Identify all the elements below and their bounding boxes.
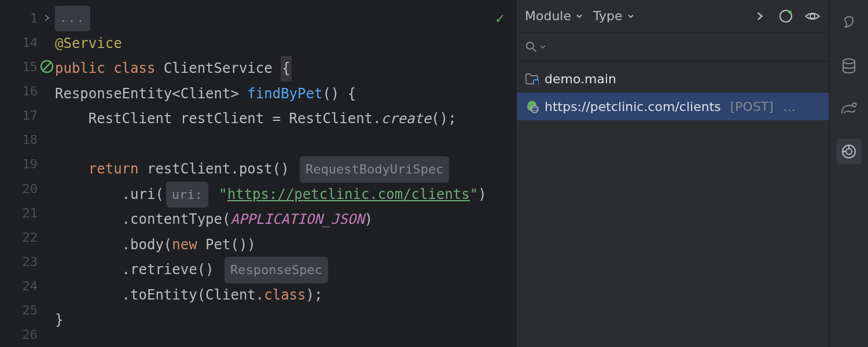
method-name: findByPet: [247, 82, 322, 107]
checkmark-icon[interactable]: ✓: [495, 6, 505, 31]
tree-module-node[interactable]: demo.main: [517, 65, 829, 93]
create-method: create: [381, 106, 432, 132]
search-dropdown-icon[interactable]: [540, 44, 546, 50]
svg-point-8: [531, 106, 538, 113]
svg-point-4: [810, 14, 815, 19]
tree-endpoint-node[interactable]: https://petclinic.com/clients [POST] …: [517, 93, 829, 120]
chevron-down-icon: [627, 13, 634, 20]
spring-endpoint-icon: [525, 99, 539, 113]
kw-new: new: [172, 232, 197, 258]
parens-semi: ();: [431, 106, 456, 132]
close-semi: );: [306, 283, 322, 308]
hint-uri-spec: RequestBodyUriSpec: [300, 156, 449, 183]
quote-close: ": [470, 182, 478, 208]
params-brace: () {: [322, 82, 356, 107]
editor-pane: 1 14 15 16 17 18 19 20 21 22 23 24 25 26…: [0, 0, 516, 347]
svg-point-3: [788, 10, 792, 14]
url-string[interactable]: https://petclinic.com/clients: [227, 182, 470, 208]
close-paren: ): [365, 207, 373, 232]
line-number: 25: [23, 303, 38, 318]
return-type: ResponseEntity<Client>: [55, 82, 239, 107]
folder-icon: [525, 72, 539, 86]
endpoints-tree: demo.main https://petclinic.com/clients …: [517, 61, 829, 347]
svg-rect-7: [534, 80, 539, 84]
panel-search[interactable]: [517, 32, 829, 61]
endpoint-url: https://petclinic.com/clients: [545, 99, 721, 114]
brace-close: }: [55, 308, 63, 333]
brace-open: {: [281, 56, 291, 82]
line-number: 26: [23, 327, 38, 342]
fold-marker[interactable]: ...: [55, 6, 90, 31]
restclient-type: RestClient: [89, 106, 172, 132]
app-json-const: APPLICATION_JSON: [230, 207, 364, 232]
hint-uri-param: uri:: [166, 182, 208, 208]
line-number: 20: [23, 182, 38, 196]
line-number: 17: [23, 108, 38, 123]
line-number: 1: [30, 11, 38, 25]
line-number: 22: [23, 230, 38, 245]
module-dropdown[interactable]: Module: [525, 9, 583, 23]
line-number: 16: [23, 84, 38, 98]
close-paren: ): [478, 182, 486, 208]
eye-icon[interactable]: [804, 8, 821, 24]
svg-line-1: [43, 62, 51, 71]
gradle-icon[interactable]: [836, 96, 862, 121]
svg-line-6: [533, 49, 536, 51]
module-label: Module: [525, 9, 571, 23]
module-name: demo.main: [545, 72, 616, 86]
quote-open: ": [219, 182, 227, 208]
endpoint-method: [POST]: [730, 99, 774, 114]
uri-call: .uri(: [122, 182, 164, 208]
restclient-post: restClient.post(): [139, 157, 289, 182]
panel-header: Module Type: [517, 0, 829, 32]
annotation: @Service: [55, 31, 122, 57]
chevron-down-icon: [576, 13, 583, 20]
equals: =: [264, 106, 289, 132]
svg-point-10: [843, 59, 855, 64]
hint-response-spec: ResponseSpec: [225, 257, 328, 283]
endpoint-ellipsis: …: [783, 99, 796, 114]
to-entity-call: .toEntity(Client.: [122, 283, 264, 308]
line-number: 24: [23, 279, 38, 293]
database-icon[interactable]: [836, 53, 862, 79]
kw-return: return: [89, 157, 139, 182]
kw-public: public: [55, 56, 105, 82]
gutter: 1 14 15 16 17 18 19 20 21 22 23 24 25 26: [0, 0, 55, 347]
endpoints-tool-icon[interactable]: [836, 139, 862, 164]
http-client-icon[interactable]: [778, 8, 794, 24]
kw-class-ref: class: [264, 283, 306, 308]
endpoints-panel: Module Type demo.main: [516, 0, 829, 347]
fold-chevron-icon[interactable]: [40, 11, 54, 25]
svg-point-5: [527, 42, 534, 49]
restclient-var: restClient: [181, 106, 264, 132]
line-number: 21: [23, 206, 38, 220]
search-icon: [525, 40, 538, 53]
retrieve-call: .retrieve(): [122, 257, 214, 283]
line-number: 19: [23, 157, 38, 171]
content-type-call: .contentType(: [122, 207, 231, 232]
line-number: 15: [23, 60, 38, 74]
line-number: 14: [23, 35, 38, 50]
kw-class: class: [113, 56, 155, 82]
restclient-static: RestClient.: [289, 106, 381, 132]
inspection-icon[interactable]: [40, 60, 54, 73]
svg-point-12: [846, 149, 852, 154]
notifications-icon[interactable]: [836, 10, 862, 36]
code-area[interactable]: ✓ ... @Service public class ClientServic…: [55, 0, 516, 347]
body-call: .body(: [122, 232, 172, 258]
type-label: Type: [593, 9, 623, 23]
pet-ctor: Pet()): [197, 232, 256, 258]
type-dropdown[interactable]: Type: [593, 9, 634, 23]
line-number: 23: [23, 254, 38, 269]
line-number: 18: [23, 132, 38, 147]
right-tool-strip: [829, 0, 868, 347]
expand-icon[interactable]: [751, 8, 767, 24]
class-name: ClientService: [164, 56, 273, 82]
